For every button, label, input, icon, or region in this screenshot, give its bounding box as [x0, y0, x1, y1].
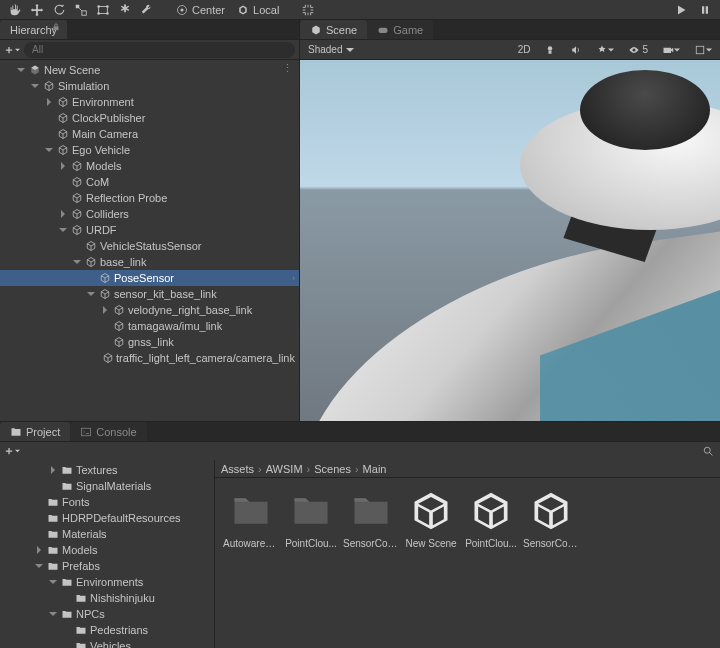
scene-viewport[interactable]	[300, 60, 720, 421]
hierarchy-item[interactable]: Reflection Probe	[0, 190, 299, 206]
pause-button[interactable]	[694, 1, 716, 19]
file-item[interactable]: PointClou...	[283, 486, 339, 549]
project-tab[interactable]: Project	[0, 422, 70, 441]
project-tree-item[interactable]: Models	[0, 542, 214, 558]
expand-arrow-icon[interactable]	[86, 289, 96, 299]
hierarchy-tab[interactable]: Hierarchy	[0, 20, 67, 39]
project-tree-item[interactable]: Prefabs	[0, 558, 214, 574]
scale-tool-button[interactable]	[70, 1, 92, 19]
file-item[interactable]: SensorConf...	[343, 486, 399, 549]
create-button[interactable]	[4, 42, 20, 58]
scene-tab[interactable]: Scene	[300, 20, 367, 39]
hierarchy-item[interactable]: gnss_link	[0, 334, 299, 350]
expand-arrow-icon[interactable]	[72, 257, 82, 267]
folder-icon	[346, 486, 396, 536]
project-tree-item[interactable]: Nishishinjuku	[0, 590, 214, 606]
svg-point-3	[97, 5, 100, 8]
hierarchy-item[interactable]: Colliders	[0, 206, 299, 222]
visibility-toggle-button[interactable]: 5	[624, 42, 652, 58]
gizmos-button[interactable]	[690, 42, 716, 58]
hierarchy-item[interactable]: traffic_light_left_camera/camera_link	[0, 350, 299, 366]
expand-arrow-icon[interactable]	[58, 225, 68, 235]
breadcrumb-item[interactable]: AWSIM	[266, 463, 303, 475]
expand-arrow-icon[interactable]	[44, 97, 54, 107]
project-tree-item[interactable]: Vehicles	[0, 638, 214, 648]
game-tab[interactable]: Game	[367, 20, 433, 39]
breadcrumb-item[interactable]: Main	[363, 463, 387, 475]
breadcrumb-item[interactable]: Scenes	[314, 463, 351, 475]
panel-lock-button[interactable]	[51, 22, 61, 32]
prefab-open-chevron-icon[interactable]: ›	[292, 273, 295, 283]
rect-tool-button[interactable]	[92, 1, 114, 19]
play-button[interactable]	[670, 1, 692, 19]
scene-menu-button[interactable]: ⋮	[282, 62, 293, 75]
expand-arrow-icon[interactable]	[16, 65, 26, 75]
cube-icon	[56, 143, 70, 157]
file-item[interactable]: PointClou...	[463, 486, 519, 549]
hierarchy-tree[interactable]: ⋮ New SceneSimulationEnvironmentClockPub…	[0, 60, 299, 421]
hierarchy-item[interactable]: velodyne_right_base_link	[0, 302, 299, 318]
expand-arrow-icon[interactable]	[48, 609, 58, 619]
custom-tool-button[interactable]	[136, 1, 158, 19]
file-item[interactable]: New Scene	[403, 486, 459, 549]
move-tool-button[interactable]	[26, 1, 48, 19]
hierarchy-item[interactable]: Ego Vehicle	[0, 142, 299, 158]
hierarchy-item[interactable]: tamagawa/imu_link	[0, 318, 299, 334]
project-search-button[interactable]	[700, 443, 716, 459]
expand-arrow-icon[interactable]	[30, 81, 40, 91]
project-tree-item[interactable]: Materials	[0, 526, 214, 542]
hierarchy-search-input[interactable]	[24, 42, 295, 58]
hierarchy-item[interactable]: CoM	[0, 174, 299, 190]
expand-arrow-icon[interactable]	[34, 545, 44, 555]
project-tree[interactable]: TexturesSignalMaterialsFontsHDRPDefaultR…	[0, 460, 215, 648]
expand-arrow-icon[interactable]	[34, 561, 44, 571]
camera-settings-button[interactable]	[658, 42, 684, 58]
hierarchy-item[interactable]: base_link	[0, 254, 299, 270]
hierarchy-item[interactable]: Models	[0, 158, 299, 174]
hierarchy-item[interactable]: VehicleStatusSensor	[0, 238, 299, 254]
expand-arrow-icon[interactable]	[100, 305, 110, 315]
project-create-button[interactable]	[4, 443, 20, 459]
file-item[interactable]: AutowareS...	[223, 486, 279, 549]
hierarchy-item[interactable]: Environment	[0, 94, 299, 110]
file-item[interactable]: SensorConf...	[523, 486, 579, 549]
transform-tool-button[interactable]	[114, 1, 136, 19]
project-tree-item[interactable]: Fonts	[0, 494, 214, 510]
hierarchy-item[interactable]: ClockPublisher	[0, 110, 299, 126]
file-label: SensorConf...	[343, 538, 399, 549]
pivot-rotation-button[interactable]: Local	[231, 1, 285, 19]
snap-button[interactable]	[297, 1, 319, 19]
hierarchy-item[interactable]: URDF	[0, 222, 299, 238]
hand-tool-button[interactable]	[4, 1, 26, 19]
fx-toggle-button[interactable]	[592, 42, 618, 58]
file-grid[interactable]: AutowareS...PointClou...SensorConf...New…	[215, 478, 720, 648]
console-tab[interactable]: Console	[70, 422, 146, 441]
rotate-tool-button[interactable]	[48, 1, 70, 19]
expand-arrow-icon[interactable]	[44, 145, 54, 155]
hierarchy-item[interactable]: Main Camera	[0, 126, 299, 142]
expand-arrow-icon[interactable]	[58, 161, 68, 171]
project-tree-item[interactable]: HDRPDefaultResources	[0, 510, 214, 526]
project-tree-item[interactable]: Pedestrians	[0, 622, 214, 638]
shading-mode-dropdown[interactable]: Shaded	[304, 42, 364, 58]
hierarchy-item[interactable]: Simulation	[0, 78, 299, 94]
audio-toggle-button[interactable]	[566, 42, 586, 58]
hierarchy-item[interactable]: PoseSensor›	[0, 270, 299, 286]
lighting-toggle-button[interactable]	[540, 42, 560, 58]
hierarchy-item[interactable]: sensor_kit_base_link	[0, 286, 299, 302]
project-tree-item[interactable]: SignalMaterials	[0, 478, 214, 494]
hierarchy-item[interactable]: New Scene	[0, 62, 299, 78]
2d-toggle-button[interactable]: 2D	[514, 42, 535, 58]
hierarchy-item-label: New Scene	[44, 64, 100, 76]
project-tree-item[interactable]: Environments	[0, 574, 214, 590]
project-tree-item[interactable]: NPCs	[0, 606, 214, 622]
expand-arrow-icon[interactable]	[58, 209, 68, 219]
folder-icon	[46, 495, 60, 509]
hierarchy-item-label: Models	[86, 160, 121, 172]
project-tree-item[interactable]: Textures	[0, 462, 214, 478]
expand-arrow-icon[interactable]	[48, 577, 58, 587]
pivot-mode-button[interactable]: Center	[170, 1, 231, 19]
svg-rect-14	[549, 50, 552, 53]
expand-arrow-icon[interactable]	[48, 465, 58, 475]
breadcrumb-item[interactable]: Assets	[221, 463, 254, 475]
